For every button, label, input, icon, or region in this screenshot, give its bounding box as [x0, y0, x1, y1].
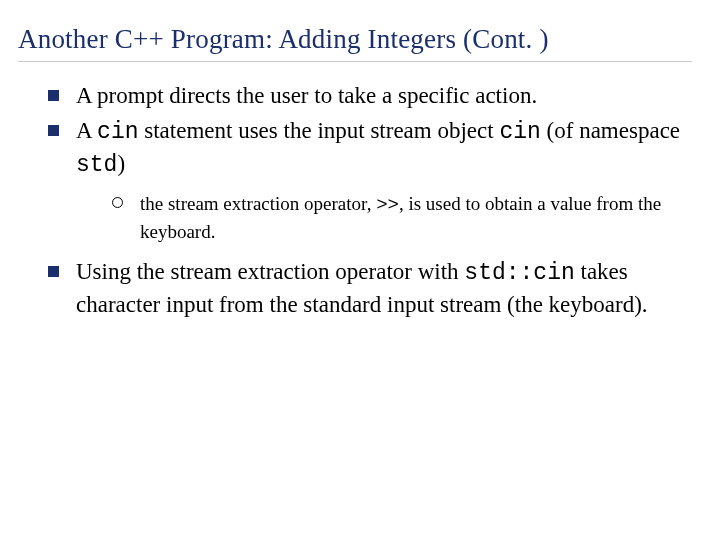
sub-bullet-item: the stream extraction operator, >>, is u… — [112, 191, 692, 244]
bullet-item: Using the stream extraction operator wit… — [48, 256, 692, 320]
text: , — [367, 193, 377, 214]
slide: Another C++ Program: Adding Integers (Co… — [0, 0, 720, 540]
slide-title: Another C++ Program: Adding Integers (Co… — [18, 24, 692, 55]
bullet-item: A prompt directs the user to take a spec… — [48, 80, 692, 111]
text: (the keyboard). — [501, 292, 647, 317]
text: A — [76, 118, 97, 143]
text: (of namespace — [541, 118, 680, 143]
text: A — [76, 83, 97, 108]
text-emph: prompt — [97, 83, 163, 108]
bullet-item: A cin statement uses the input stream ob… — [48, 115, 692, 244]
sub-bullet-list: the stream extraction operator, >>, is u… — [76, 191, 692, 244]
text: statement uses the — [139, 118, 318, 143]
text-emph: stream extraction operator — [168, 193, 367, 214]
code: std::cin — [464, 260, 574, 286]
code: std — [76, 152, 117, 178]
text-emph: standard input stream — [303, 292, 501, 317]
code: cin — [499, 119, 540, 145]
text: Using the stream extraction operator wit… — [76, 259, 464, 284]
title-divider — [18, 61, 692, 62]
text: the — [140, 193, 168, 214]
text: ) — [117, 151, 125, 176]
code: cin — [97, 119, 138, 145]
bullet-list: A prompt directs the user to take a spec… — [18, 80, 692, 321]
code: >> — [376, 194, 399, 216]
text-emph: input stream object — [317, 118, 493, 143]
text: directs the user to take a specific acti… — [164, 83, 538, 108]
